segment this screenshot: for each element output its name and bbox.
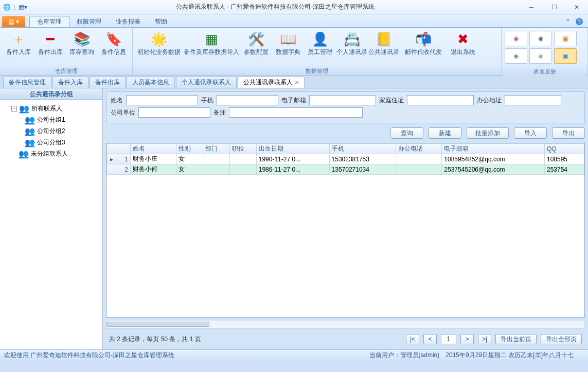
tree-root[interactable]: − 👥 所有联系人	[2, 103, 100, 114]
doctab[interactable]: 备件入库	[52, 77, 88, 88]
skin-option-selected[interactable]: ▣	[554, 48, 577, 64]
ribbon-item-init[interactable]: 🌟初始化业务数据	[136, 30, 182, 57]
input-email[interactable]	[309, 95, 376, 105]
input-office[interactable]	[505, 95, 561, 105]
ribbon-item-exit[interactable]: ✖退出系统	[448, 30, 478, 57]
ribbon-item-mail[interactable]: 📬邮件代收代发	[400, 30, 447, 57]
maximize-button[interactable]: ☐	[543, 0, 565, 14]
tree-label: 未分组联系人	[31, 150, 68, 158]
pager: 共 2 条记录，每页 50 条，共 1 页 |< < > >| 导出当前页 导出…	[106, 332, 585, 346]
file-menu-button[interactable]: ▤▾	[2, 16, 25, 27]
search-panel: 姓名 手机 电子邮箱 家庭住址 办公地址 公司单位 备注	[106, 91, 585, 123]
skin-option[interactable]: ▣	[554, 31, 577, 46]
tree-toggle-icon[interactable]: −	[11, 106, 17, 111]
ribbon-item-query[interactable]: 📚库存查询	[67, 30, 98, 57]
ribbon-body: ＋备件入库 ━备件出库 📚库存查询 🔖备件信息 仓库管理 🌟初始化业务数据 ▦备…	[0, 28, 588, 76]
ribbon-item-config[interactable]: 🛠️参数配置	[241, 30, 272, 57]
col-birth[interactable]: 出生日期	[256, 144, 329, 154]
ribbon-group-label: 仓库管理	[0, 66, 132, 76]
doctab[interactable]: 备件信息管理	[3, 77, 51, 88]
next-page-button[interactable]: >	[460, 334, 474, 344]
group-tree: − 👥 所有联系人 👥公司分组1 👥公司分组2 👥公司分组3 👥未分组联系人	[0, 100, 102, 349]
minimize-button[interactable]: ─	[520, 0, 543, 14]
ribbon-item-pab[interactable]: 📇个人通讯录	[336, 30, 367, 57]
sidebar: 公共通讯录分组 − 👥 所有联系人 👥公司分组1 👥公司分组2 👥公司分组3 👥…	[0, 88, 103, 349]
qat-item[interactable]: ▦▾	[19, 4, 27, 11]
ribbon-item-gab[interactable]: 📒公共通讯录	[368, 30, 399, 57]
input-home[interactable]	[407, 95, 474, 105]
col-email[interactable]: 电子邮箱	[442, 144, 545, 154]
ribbon-item-emp[interactable]: 👤员工管理	[305, 30, 335, 57]
tree-label: 所有联系人	[31, 104, 62, 113]
skin-option[interactable]: ◉	[505, 31, 527, 46]
batch-add-button[interactable]: 批量添加	[467, 127, 509, 139]
col-sex[interactable]: 性别	[176, 144, 203, 154]
horizontal-scrollbar[interactable]	[106, 321, 585, 329]
input-remark[interactable]	[229, 107, 363, 118]
qat-sep: |	[14, 4, 15, 11]
page-input[interactable]	[441, 334, 456, 344]
group-icon: 👥	[25, 115, 35, 125]
status-date: 2015年9月29日星期二 农历乙未[羊]年八月十七	[446, 351, 574, 360]
doctab-active[interactable]: 公共通讯录联系人✕	[238, 77, 305, 88]
window-title: 公共通讯录联系人 - 广州爱奇迪软件科技有限公司-深田之星仓库管理系统	[30, 3, 520, 11]
tree-other[interactable]: 👥未分组联系人	[2, 148, 100, 159]
export-all-button[interactable]: 导出全部页	[541, 334, 582, 344]
row-index: 2	[116, 164, 131, 175]
label-email: 电子邮箱	[281, 96, 306, 105]
ribbon-item-in[interactable]: ＋备件入库	[3, 30, 34, 57]
tree-child[interactable]: 👥公司分组2	[2, 125, 100, 137]
doctab[interactable]: 人员基本信息	[127, 77, 175, 88]
col-qq[interactable]: QQ	[544, 144, 584, 154]
query-button[interactable]: 查询	[390, 127, 423, 139]
skin-chooser: ◉ ◉ ▣ ◉ ◉ ▣	[502, 28, 587, 67]
label-office: 办公地址	[477, 96, 502, 105]
doctab[interactable]: 个人通讯录联系人	[176, 77, 237, 88]
col-tel[interactable]: 办公电话	[396, 144, 441, 154]
ribbon-help-icon[interactable]: ?	[576, 18, 583, 25]
skin-option[interactable]: ◉	[529, 48, 552, 64]
ribbon-tab-warehouse[interactable]: 仓库管理	[29, 16, 69, 27]
ribbon-item-dict[interactable]: 📖数据字典	[273, 30, 304, 57]
status-user: 当前用户：管理员(admin)	[369, 351, 440, 360]
table-row[interactable]: ▸ 1 财务小庄 女 1990-11-27 0... 15302381753 1…	[107, 154, 584, 164]
input-company[interactable]	[138, 107, 210, 118]
col-mobile[interactable]: 手机	[329, 144, 396, 154]
ribbon-tab-report[interactable]: 业务报表	[109, 16, 148, 27]
ribbon-tab-permission[interactable]: 权限管理	[69, 16, 109, 27]
status-bar: 欢迎使用 广州爱奇迪软件科技有限公司-深田之星仓库管理系统 当前用户：管理员(a…	[0, 349, 588, 361]
last-page-button[interactable]: >|	[478, 334, 491, 344]
ribbon-tab-help[interactable]: 帮助	[148, 16, 174, 27]
new-button[interactable]: 新建	[429, 127, 461, 139]
skin-option[interactable]: ◉	[529, 31, 552, 46]
ribbon-item-import[interactable]: ▦备件及库存数据导入	[183, 30, 240, 57]
first-page-button[interactable]: |<	[406, 334, 419, 344]
export-button[interactable]: 导出	[552, 127, 585, 139]
row-index: 1	[116, 154, 131, 164]
group-icon: 👥	[25, 138, 35, 147]
ribbon-item-info[interactable]: 🔖备件信息	[98, 30, 129, 57]
group-icon: 👥	[19, 149, 29, 159]
export-page-button[interactable]: 导出当前页	[495, 334, 537, 344]
tree-child[interactable]: 👥公司分组3	[2, 137, 100, 148]
col-dept[interactable]: 部门	[203, 144, 230, 154]
data-grid[interactable]: 姓名 性别 部门 职位 出生日期 手机 办公电话 电子邮箱 QQ ▸ 1 财务小…	[106, 143, 585, 318]
tree-label: 公司分组3	[37, 138, 65, 147]
col-pos[interactable]: 职位	[229, 144, 256, 154]
prev-page-button[interactable]: <	[423, 334, 437, 344]
skin-option[interactable]: ◉	[505, 48, 527, 64]
input-mobile[interactable]	[217, 95, 278, 105]
table-row[interactable]: 2 财务小何 女 1986-11-27 0... 13570271034 253…	[107, 164, 584, 175]
pager-info: 共 2 条记录，每页 50 条，共 1 页	[109, 335, 201, 344]
import-button[interactable]: 导入	[514, 127, 547, 139]
close-tab-icon[interactable]: ✕	[295, 80, 299, 85]
ribbon-collapse-icon[interactable]: ⌃	[565, 18, 571, 25]
doctab[interactable]: 备件出库	[90, 77, 126, 88]
input-name[interactable]	[126, 95, 198, 105]
close-button[interactable]: ✕	[565, 0, 588, 14]
tree-child[interactable]: 👥公司分组1	[2, 114, 100, 125]
document-tabs: 备件信息管理 备件入库 备件出库 人员基本信息 个人通讯录联系人 公共通讯录联系…	[0, 76, 588, 88]
group-icon: 👥	[25, 126, 35, 136]
col-name[interactable]: 姓名	[131, 144, 176, 154]
ribbon-item-out[interactable]: ━备件出库	[35, 30, 66, 57]
